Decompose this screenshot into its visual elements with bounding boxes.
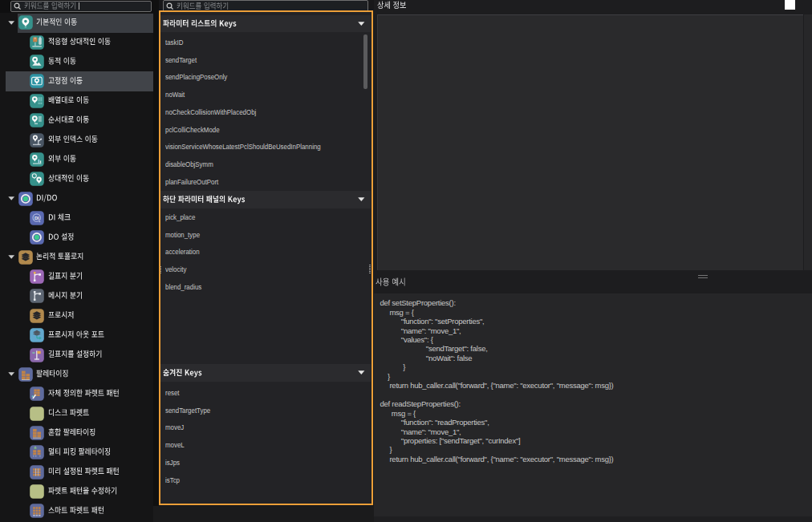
svg-text:DI: DI [34, 216, 39, 221]
